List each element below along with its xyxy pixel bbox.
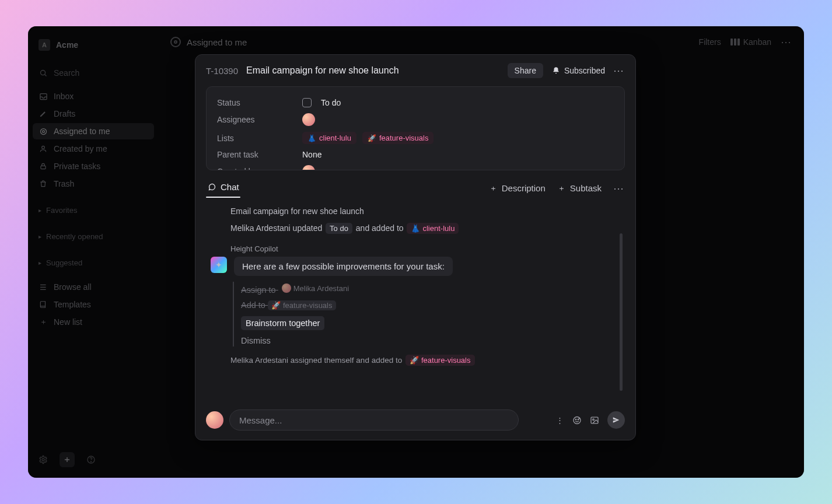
svg-point-12	[575, 419, 576, 419]
activity-line: Email campaign for new shoe launch	[207, 204, 624, 220]
task-properties: Status To do Assignees Lists 👗 client-lu…	[206, 86, 625, 170]
prop-status[interactable]: Status To do	[217, 95, 614, 110]
prop-label: Status	[217, 98, 296, 107]
more-icon[interactable]: ⋯	[781, 36, 792, 48]
svg-point-3	[42, 130, 44, 132]
chat-body: Email campaign for new shoe launch Melik…	[206, 198, 625, 402]
svg-line-1	[44, 74, 46, 76]
more-vertical-icon[interactable]: ⋮	[555, 415, 564, 425]
suggestion-dismiss[interactable]: Dismiss	[241, 336, 624, 345]
sidebar-item-label: Browse all	[54, 282, 92, 292]
task-modal-header: T-10390 Email campaign for new shoe laun…	[195, 55, 635, 84]
list-pill-client-lulu[interactable]: 👗 client-lulu	[407, 223, 459, 234]
add-subtask-button[interactable]: ＋ Subtask	[557, 183, 602, 193]
list-pill-label: feature-visuals	[421, 356, 471, 365]
tab-chat[interactable]: Chat	[206, 178, 240, 198]
workspace-icon: A	[39, 39, 50, 51]
scrollbar[interactable]	[620, 233, 623, 391]
sidebar-item-label: Created by me	[54, 144, 107, 153]
send-button[interactable]	[607, 411, 625, 429]
prop-lists[interactable]: Lists 👗 client-lulu 🚀 feature-visuals	[217, 129, 614, 147]
prop-assignees[interactable]: Assignees	[217, 110, 614, 129]
more-icon[interactable]: ⋯	[613, 64, 625, 77]
sidebar-item-private[interactable]: Private tasks	[33, 158, 154, 174]
avatar	[206, 411, 223, 429]
task-id: T-10390	[206, 66, 238, 76]
copilot-suggestions: Assign to Melika Ardestani Add to 🚀 feat…	[233, 282, 624, 346]
search-input[interactable]: Search	[33, 65, 154, 81]
avatar	[302, 165, 315, 170]
more-icon[interactable]: ⋯	[613, 182, 625, 195]
sidebar-item-label: Drafts	[54, 109, 75, 118]
kanban-icon	[730, 38, 740, 46]
section-label: Favorites	[46, 206, 77, 215]
prop-label: Created by	[217, 167, 296, 170]
prop-createdby[interactable]: Created by	[217, 162, 614, 170]
sidebar-section-recent[interactable]: ▸ Recently opened	[33, 229, 154, 244]
workspace-switcher[interactable]: A Acme	[33, 36, 154, 54]
chevron-right-icon: ▸	[39, 207, 41, 214]
chat-icon	[207, 183, 216, 192]
svg-point-4	[42, 146, 45, 149]
prop-parent[interactable]: Parent task None	[217, 147, 614, 162]
button-label: Subtask	[570, 183, 602, 193]
sidebar-item-browse[interactable]: ☰ Browse all	[33, 279, 154, 295]
copilot-message: ✦ Here are a few possible improvements f…	[207, 254, 624, 276]
suggestion-brainstorm[interactable]: Brainstorm together	[241, 316, 324, 330]
suggestion-prefix: Add to	[241, 300, 265, 310]
sidebar-item-drafts[interactable]: Drafts	[33, 106, 154, 122]
sidebar-item-newlist[interactable]: ＋ New list	[33, 314, 154, 330]
trash-icon	[39, 179, 48, 188]
suggestion-assign[interactable]: Assign to Melika Ardestani	[241, 283, 624, 295]
button-label: Description	[502, 183, 546, 193]
suggestion-prefix: Assign to	[241, 285, 276, 295]
svg-point-13	[578, 419, 578, 419]
gear-icon[interactable]	[39, 455, 48, 464]
avatar	[282, 284, 291, 293]
sidebar-item-label: Private tasks	[54, 162, 100, 171]
add-description-button[interactable]: ＋ Description	[489, 183, 546, 193]
sidebar-section-suggested[interactable]: ▸ Suggested	[33, 255, 154, 271]
list-pill-feature-visuals[interactable]: 🚀 feature-visuals	[405, 355, 475, 366]
chevron-right-icon: ▸	[39, 260, 41, 266]
plus-icon: ＋	[557, 184, 567, 193]
copilot-name: Height Copilot	[207, 239, 624, 254]
main-header: Assigned to me Filters Kanban ⋯	[170, 36, 792, 48]
sidebar-item-created[interactable]: Created by me	[33, 141, 154, 157]
bell-icon	[551, 66, 561, 75]
prop-label: Lists	[217, 134, 296, 143]
sidebar-item-templates[interactable]: Templates	[33, 296, 154, 313]
list-pill-client-lulu[interactable]: 👗 client-lulu	[302, 132, 356, 144]
new-task-button[interactable]	[60, 452, 75, 467]
svg-point-10	[90, 461, 91, 462]
list-pill-feature-visuals[interactable]: 🚀 feature-visuals	[362, 132, 434, 144]
dress-icon: 👗	[307, 134, 316, 142]
plus-icon: ＋	[489, 184, 498, 193]
search-placeholder: Search	[54, 68, 79, 78]
person-icon	[39, 144, 48, 153]
message-input[interactable]: Message...	[229, 410, 519, 430]
help-icon[interactable]	[86, 455, 96, 464]
sidebar-item-trash[interactable]: Trash	[33, 176, 154, 192]
checkbox-icon	[302, 98, 312, 107]
sidebar-item-inbox[interactable]: Inbox	[33, 88, 154, 104]
sidebar-item-label: Assigned to me	[54, 127, 110, 136]
rocket-icon: 🚀	[410, 356, 419, 365]
status-pill: To do	[326, 223, 352, 234]
list-pill-label: client-lulu	[422, 224, 455, 233]
svg-point-2	[40, 128, 46, 134]
image-icon[interactable]	[590, 415, 599, 425]
sidebar-item-assigned[interactable]: Assigned to me	[33, 123, 154, 139]
filters-button[interactable]: Filters	[699, 37, 721, 47]
sidebar-item-label: New list	[54, 317, 82, 327]
share-button[interactable]: Share	[508, 63, 543, 78]
subscribed-button[interactable]: Subscribed	[551, 66, 605, 75]
svg-point-0	[40, 70, 45, 75]
view-switcher[interactable]: Kanban	[730, 37, 771, 47]
dress-icon: 👗	[411, 224, 420, 233]
sidebar-section-favorites[interactable]: ▸ Favorites	[33, 202, 154, 218]
emoji-icon[interactable]	[572, 415, 582, 425]
section-label: Suggested	[46, 258, 82, 267]
suggestion-addto[interactable]: Add to 🚀 feature-visuals	[241, 300, 624, 310]
sidebar-item-label: Trash	[54, 179, 74, 188]
